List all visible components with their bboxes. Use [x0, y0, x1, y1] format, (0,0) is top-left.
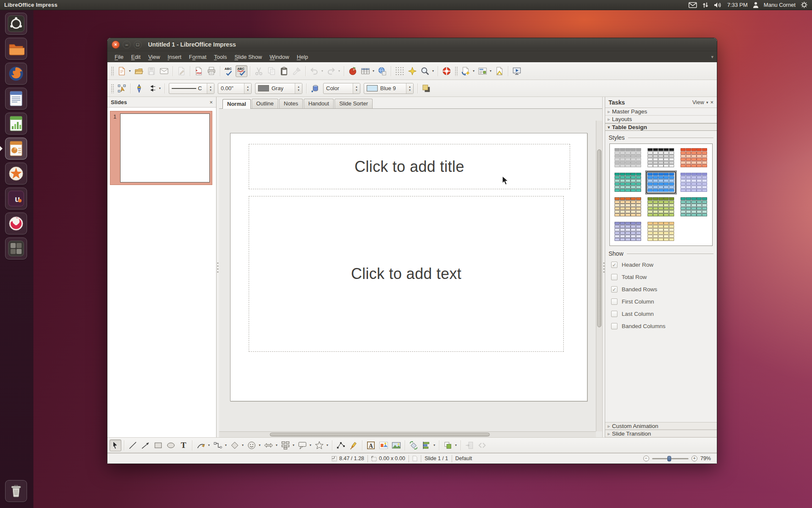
ellipse-button[interactable] [165, 439, 177, 451]
new-button[interactable] [116, 65, 128, 77]
arrange-dropdown[interactable]: ▾ [454, 443, 458, 447]
horizontal-scrollbar-thumb[interactable] [270, 433, 490, 436]
toolbar-grip[interactable] [111, 66, 114, 76]
zoom-out-button[interactable]: − [643, 456, 649, 461]
table-style-teal-light[interactable] [680, 197, 708, 217]
zoom-slider[interactable] [652, 458, 689, 459]
table-style-black-gray[interactable] [647, 148, 675, 168]
connector-button[interactable] [212, 439, 224, 451]
fill-type-select-spinner[interactable]: ▴▾ [353, 83, 360, 94]
chevron-down-icon[interactable]: ▾ [706, 100, 708, 105]
tasks-section-master-pages[interactable]: ▹Master Pages [605, 108, 717, 116]
vertical-scrollbar-thumb[interactable] [597, 149, 601, 327]
table-style-olive[interactable] [647, 197, 675, 217]
session-user-name[interactable]: Manu Cornet [764, 2, 796, 8]
tasks-section-layouts[interactable]: ▹Layouts [605, 116, 717, 123]
table-style-teal[interactable] [614, 173, 642, 192]
line-width-input-spinner[interactable]: ▴▾ [244, 83, 251, 94]
alignment-button[interactable] [420, 439, 432, 451]
symbol-shapes-button[interactable] [246, 439, 258, 451]
launcher-dash-home-icon[interactable] [3, 12, 29, 36]
last-column-checkbox[interactable] [611, 311, 617, 317]
block-arrows-button[interactable] [263, 439, 274, 451]
chart-button[interactable] [347, 65, 359, 77]
tasks-view-menu[interactable]: View ▾ × [692, 99, 713, 105]
minimize-button[interactable]: – [123, 41, 131, 49]
slide-thumbnail[interactable] [120, 113, 210, 182]
gallery-button[interactable] [390, 439, 402, 451]
launcher-system-settings-icon[interactable] [3, 212, 29, 235]
email-button[interactable] [158, 65, 170, 77]
table-dropdown[interactable]: ▾ [371, 69, 376, 73]
slide-thumbnail-row[interactable]: 1 [110, 111, 212, 185]
close-button[interactable]: × [112, 41, 120, 49]
menu-help[interactable]: Help [293, 52, 312, 61]
fill-color-select[interactable]: Blue 9▴▾ [364, 83, 414, 94]
from-file-button[interactable] [378, 439, 390, 451]
tab-normal[interactable]: Normal [222, 99, 251, 109]
table-style-gray[interactable] [614, 148, 642, 168]
network-icon[interactable] [702, 2, 709, 8]
menu-format[interactable]: Format [185, 52, 210, 61]
zoom-percent[interactable]: 79% [700, 456, 711, 461]
total-row-checkbox[interactable] [611, 274, 617, 280]
area-fill-button[interactable] [309, 83, 321, 94]
fontwork-button[interactable]: A [365, 439, 377, 451]
navigator-button[interactable] [406, 65, 418, 77]
line-ends-arrow-button[interactable] [140, 439, 151, 451]
tab-outline[interactable]: Outline [252, 99, 278, 108]
menu-view[interactable]: View [144, 52, 164, 61]
line-color-select[interactable]: Gray▴▾ [255, 83, 302, 94]
horizontal-scrollbar[interactable] [219, 431, 596, 437]
mail-icon[interactable] [689, 2, 697, 8]
maximize-button[interactable]: □ [134, 41, 142, 49]
print-button[interactable] [206, 65, 217, 77]
launcher-workspace-switcher-icon[interactable] [3, 237, 29, 260]
line-color-select-spinner[interactable]: ▴▾ [295, 83, 302, 94]
alignment-dropdown[interactable]: ▾ [432, 443, 436, 447]
zoom-slider-thumb[interactable] [667, 456, 671, 461]
table-button[interactable] [359, 65, 371, 77]
rotate-button[interactable] [408, 439, 420, 451]
tab-notes[interactable]: Notes [279, 99, 303, 108]
vertical-scrollbar[interactable] [596, 121, 602, 431]
fill-type-select[interactable]: Color▴▾ [323, 83, 360, 94]
tab-slide-sorter[interactable]: Slide Sorter [335, 99, 373, 108]
curve-dropdown[interactable]: ▾ [207, 443, 211, 447]
edit-points-button[interactable] [116, 83, 128, 94]
tasks-section-custom-animation[interactable]: ▹Custom Animation [605, 422, 717, 430]
spellcheck-button[interactable]: ABC [223, 65, 235, 77]
launcher-libreoffice-writer-icon[interactable] [3, 87, 29, 110]
stars-dropdown[interactable]: ▾ [325, 443, 329, 447]
menu-slide-show[interactable]: Slide Show [230, 52, 266, 61]
menu-file[interactable]: File [111, 52, 127, 61]
table-style-orange[interactable] [680, 148, 708, 168]
header-row-checkbox[interactable]: ✓ [611, 262, 617, 268]
menubar-overflow-icon[interactable]: ▾ [711, 54, 713, 60]
launcher-trash-icon[interactable] [3, 479, 29, 503]
hyperlink-button[interactable] [376, 65, 388, 77]
new-slide-button[interactable] [460, 65, 472, 77]
clock[interactable]: 7:33 PM [727, 2, 747, 8]
paste-button[interactable] [278, 65, 290, 77]
rectangle-button[interactable] [152, 439, 164, 451]
select-button[interactable] [110, 439, 121, 451]
slide-design-button[interactable] [494, 65, 505, 77]
volume-icon[interactable] [714, 2, 722, 8]
table-style-lavender[interactable] [680, 173, 708, 192]
callouts-dropdown[interactable]: ▾ [308, 443, 313, 447]
stars-button[interactable] [313, 439, 325, 451]
line-button[interactable] [127, 439, 139, 451]
menu-insert[interactable]: Insert [164, 52, 185, 61]
table-style-cream[interactable] [647, 222, 675, 241]
line-style-select[interactable]: C▴▾ [169, 83, 214, 94]
tab-handout[interactable]: Handout [304, 99, 334, 108]
new-slide-dropdown[interactable]: ▾ [472, 69, 476, 73]
launcher-libreoffice-calc-icon[interactable] [3, 112, 29, 135]
slide-layout-dropdown[interactable]: ▾ [488, 69, 493, 73]
launcher-home-folder-icon[interactable] [3, 37, 29, 61]
slide-canvas[interactable]: Click to add title Click to add text [230, 133, 587, 401]
titlebar[interactable]: × – □ Untitled 1 - LibreOffice Impress [107, 38, 717, 51]
line-button[interactable] [133, 83, 145, 94]
menu-window[interactable]: Window [266, 52, 293, 61]
